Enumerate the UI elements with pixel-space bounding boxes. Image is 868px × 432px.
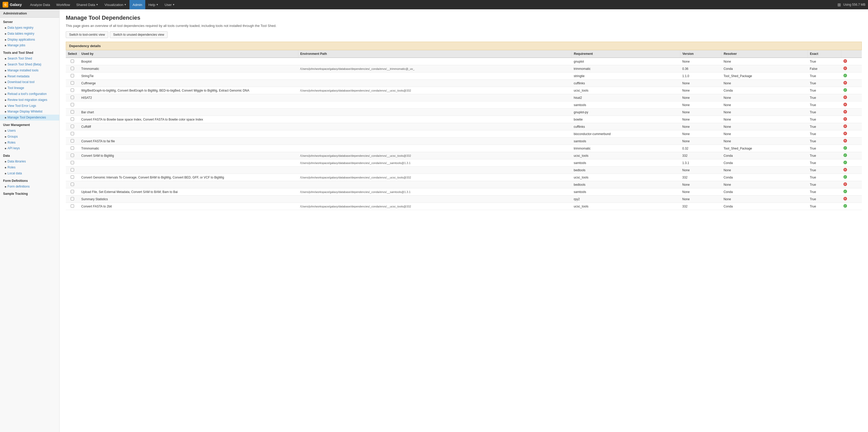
row-checkbox[interactable]: [71, 161, 74, 164]
row-checkbox[interactable]: [71, 96, 74, 99]
status-error-icon: [843, 81, 847, 85]
status-error-icon: [843, 125, 847, 128]
row-version: 1.1.0: [680, 72, 721, 80]
row-used-by: Trimmomatic: [79, 65, 298, 72]
row-requirement: bowtie: [572, 116, 680, 123]
sidebar-item-search-tool-shed-beta[interactable]: ■ Search Tool Shed (Beta): [0, 62, 59, 68]
sidebar-item-display-applications[interactable]: ■ Display applications: [0, 37, 59, 43]
sidebar-item-download-local-tool[interactable]: ■ Download local tool: [0, 79, 59, 85]
sidebar-item-data-roles[interactable]: ■ Roles: [0, 165, 59, 170]
row-exact: True: [808, 123, 841, 130]
row-checkbox[interactable]: [71, 154, 74, 157]
page-description: This page gives an overview of all tool …: [66, 24, 862, 28]
memory-usage: Using 556.7 MB: [843, 3, 865, 6]
row-version: 332: [680, 174, 721, 181]
row-resolver: None: [721, 80, 808, 87]
sidebar-item-view-error-logs[interactable]: ■ View Tool Error Logs: [0, 103, 59, 109]
row-resolver: Conda: [721, 152, 808, 159]
col-used-by: Used by: [79, 50, 298, 58]
sidebar-item-reload-tool-config[interactable]: ■ Reload a tool's configuration: [0, 91, 59, 97]
row-checkbox[interactable]: [71, 67, 74, 70]
row-checkbox[interactable]: [71, 60, 74, 63]
sidebar-item-data-tables-registry[interactable]: ■ Data tables registry: [0, 31, 59, 37]
nav-admin[interactable]: Admin: [129, 0, 145, 9]
row-checkbox[interactable]: [71, 175, 74, 179]
sidebar-item-groups[interactable]: ■ Groups: [0, 134, 59, 140]
switch-tool-centric-button[interactable]: Switch to tool-centric view: [66, 31, 108, 38]
row-checkbox[interactable]: [71, 190, 74, 193]
row-requirement: rpy2: [572, 196, 680, 203]
row-checkbox[interactable]: [71, 74, 74, 77]
top-navigation: G Galaxy Analyze Data Workflow Shared Da…: [0, 0, 868, 9]
nav-analyze-data[interactable]: Analyze Data: [27, 0, 53, 9]
row-status-cell: [841, 145, 862, 152]
sidebar-item-form-definitions[interactable]: ■ Form definitions: [0, 184, 59, 190]
bullet-icon: ■: [5, 80, 6, 84]
row-env-path: /Users/john/workspace/galaxy/database/de…: [298, 203, 571, 210]
nav-shared-data[interactable]: Shared Data ▼: [73, 0, 101, 9]
sidebar-item-search-tool-shed[interactable]: ■ Search Tool Shed: [0, 56, 59, 62]
status-ok-icon: [843, 146, 847, 150]
sidebar-item-tool-lineage[interactable]: ■ Tool lineage: [0, 85, 59, 91]
row-resolver: Tool_Shed_Package: [721, 145, 808, 152]
bullet-icon: ■: [5, 172, 6, 175]
row-status-cell: [841, 65, 862, 72]
sidebar-item-data-libraries[interactable]: ■ Data libraries: [0, 159, 59, 165]
nav-items: Analyze Data Workflow Shared Data ▼ Visu…: [27, 0, 837, 9]
grid-icon[interactable]: ⊞: [837, 2, 841, 7]
row-checkbox[interactable]: [71, 182, 74, 186]
nav-help[interactable]: Help ▼: [145, 0, 162, 9]
sidebar-item-manage-display-whitelist[interactable]: ■ Manage Display Whitelist: [0, 109, 59, 114]
status-error-icon: [843, 103, 847, 106]
nav-visualization[interactable]: Visualization ▼: [101, 0, 129, 9]
nav-user[interactable]: User ▼: [162, 0, 178, 9]
sidebar-item-manage-jobs[interactable]: ■ Manage jobs: [0, 42, 59, 48]
galaxy-logo[interactable]: G Galaxy: [3, 2, 22, 7]
row-checkbox[interactable]: [71, 118, 74, 121]
status-error-icon: [843, 110, 847, 113]
row-checkbox[interactable]: [71, 168, 74, 171]
row-version: 332: [680, 152, 721, 159]
sidebar-item-manage-installed-tools[interactable]: ■ Manage installed tools: [0, 68, 59, 73]
row-checkbox-cell: [66, 130, 79, 138]
row-checkbox[interactable]: [71, 125, 74, 128]
nav-workflow[interactable]: Workflow: [53, 0, 73, 9]
sidebar-item-reset-metadata[interactable]: ■ Reset metadata: [0, 73, 59, 79]
row-checkbox[interactable]: [71, 103, 74, 106]
row-requirement: bioconductor-cummerbund: [572, 130, 680, 138]
sidebar-item-review-migration[interactable]: ■ Review tool migration stages: [0, 97, 59, 103]
row-used-by: Boxplot: [79, 58, 298, 65]
row-checkbox[interactable]: [71, 81, 74, 85]
sidebar-section-form-defs: Form Definitions: [0, 176, 59, 184]
row-checkbox[interactable]: [71, 132, 74, 135]
sidebar-item-manage-tool-dependencies[interactable]: ■ Manage Tool Dependencies: [0, 114, 59, 121]
sidebar-item-roles[interactable]: ■ Roles: [0, 140, 59, 146]
status-ok-icon: [843, 204, 847, 208]
row-resolver: Tool_Shed_Package: [721, 72, 808, 80]
row-checkbox[interactable]: [71, 139, 74, 142]
row-checkbox[interactable]: [71, 146, 74, 150]
row-env-path: /Users/john/workspace/galaxy/database/de…: [298, 87, 571, 94]
row-version: None: [680, 167, 721, 174]
table-row: bioconductor-cummerbundNoneNoneTrue: [66, 130, 862, 138]
bullet-icon: ■: [5, 160, 6, 164]
dependency-table: Select Used by Environment Path Requirem…: [66, 50, 862, 210]
row-resolver: None: [721, 94, 808, 101]
row-version: None: [680, 138, 721, 145]
row-checkbox[interactable]: [71, 204, 74, 208]
row-used-by: [79, 101, 298, 109]
row-checkbox[interactable]: [71, 110, 74, 113]
row-checkbox[interactable]: [71, 197, 74, 200]
sidebar-item-users[interactable]: ■ Users: [0, 128, 59, 134]
sidebar-item-api-keys[interactable]: ■ API keys: [0, 145, 59, 151]
row-version: None: [680, 123, 721, 130]
row-env-path: [298, 145, 571, 152]
sidebar-item-data-types-registry[interactable]: ■ Data types registry: [0, 25, 59, 31]
row-used-by: Convert Genomic Intervals To Coverage, C…: [79, 174, 298, 181]
row-checkbox[interactable]: [71, 89, 74, 92]
row-exact: True: [808, 167, 841, 174]
row-checkbox-cell: [66, 109, 79, 116]
row-requirement: ucsc_tools: [572, 174, 680, 181]
sidebar-item-local-data[interactable]: ■ Local data: [0, 170, 59, 176]
switch-unused-deps-button[interactable]: Switch to unused dependencies view: [110, 31, 167, 38]
